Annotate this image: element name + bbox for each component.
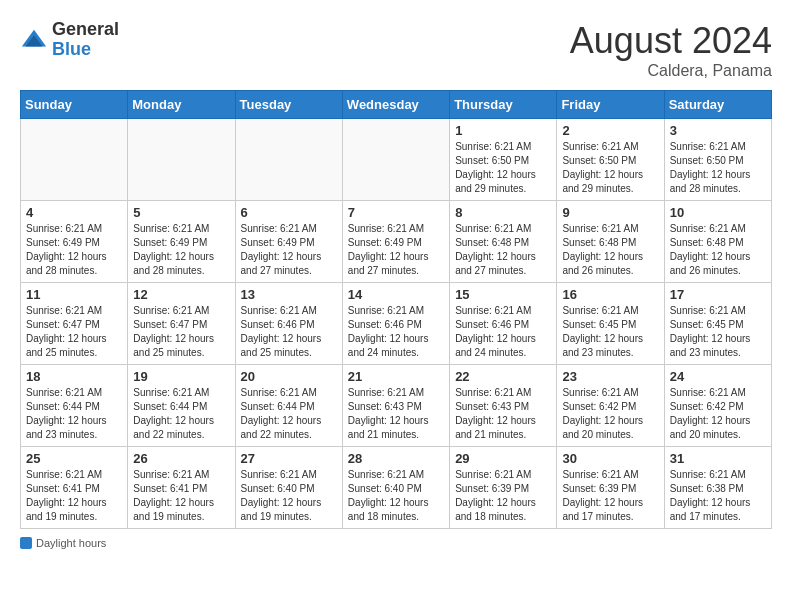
page-header: General Blue August 2024 Caldera, Panama <box>20 20 772 80</box>
day-number: 28 <box>348 451 444 466</box>
day-number: 24 <box>670 369 766 384</box>
day-info: Sunrise: 6:21 AM Sunset: 6:46 PM Dayligh… <box>348 304 444 360</box>
day-number: 14 <box>348 287 444 302</box>
day-info: Sunrise: 6:21 AM Sunset: 6:44 PM Dayligh… <box>133 386 229 442</box>
day-number: 17 <box>670 287 766 302</box>
day-info: Sunrise: 6:21 AM Sunset: 6:44 PM Dayligh… <box>241 386 337 442</box>
calendar-cell <box>235 119 342 201</box>
day-number: 1 <box>455 123 551 138</box>
calendar-cell: 30Sunrise: 6:21 AM Sunset: 6:39 PM Dayli… <box>557 447 664 529</box>
day-info: Sunrise: 6:21 AM Sunset: 6:46 PM Dayligh… <box>455 304 551 360</box>
day-info: Sunrise: 6:21 AM Sunset: 6:49 PM Dayligh… <box>348 222 444 278</box>
day-number: 21 <box>348 369 444 384</box>
calendar-cell: 11Sunrise: 6:21 AM Sunset: 6:47 PM Dayli… <box>21 283 128 365</box>
calendar-cell <box>128 119 235 201</box>
day-info: Sunrise: 6:21 AM Sunset: 6:45 PM Dayligh… <box>562 304 658 360</box>
day-info: Sunrise: 6:21 AM Sunset: 6:47 PM Dayligh… <box>26 304 122 360</box>
calendar-cell: 9Sunrise: 6:21 AM Sunset: 6:48 PM Daylig… <box>557 201 664 283</box>
calendar-week-row: 1Sunrise: 6:21 AM Sunset: 6:50 PM Daylig… <box>21 119 772 201</box>
day-number: 22 <box>455 369 551 384</box>
calendar-cell: 12Sunrise: 6:21 AM Sunset: 6:47 PM Dayli… <box>128 283 235 365</box>
day-number: 7 <box>348 205 444 220</box>
weekday-header: Saturday <box>664 91 771 119</box>
calendar-cell: 26Sunrise: 6:21 AM Sunset: 6:41 PM Dayli… <box>128 447 235 529</box>
calendar-cell: 28Sunrise: 6:21 AM Sunset: 6:40 PM Dayli… <box>342 447 449 529</box>
calendar-cell: 21Sunrise: 6:21 AM Sunset: 6:43 PM Dayli… <box>342 365 449 447</box>
calendar-cell: 22Sunrise: 6:21 AM Sunset: 6:43 PM Dayli… <box>450 365 557 447</box>
day-number: 5 <box>133 205 229 220</box>
day-info: Sunrise: 6:21 AM Sunset: 6:50 PM Dayligh… <box>670 140 766 196</box>
calendar-cell: 5Sunrise: 6:21 AM Sunset: 6:49 PM Daylig… <box>128 201 235 283</box>
day-info: Sunrise: 6:21 AM Sunset: 6:48 PM Dayligh… <box>562 222 658 278</box>
day-number: 6 <box>241 205 337 220</box>
subtitle: Caldera, Panama <box>570 62 772 80</box>
calendar-cell: 19Sunrise: 6:21 AM Sunset: 6:44 PM Dayli… <box>128 365 235 447</box>
calendar-cell: 20Sunrise: 6:21 AM Sunset: 6:44 PM Dayli… <box>235 365 342 447</box>
day-number: 29 <box>455 451 551 466</box>
day-info: Sunrise: 6:21 AM Sunset: 6:39 PM Dayligh… <box>455 468 551 524</box>
weekday-header: Wednesday <box>342 91 449 119</box>
day-info: Sunrise: 6:21 AM Sunset: 6:50 PM Dayligh… <box>562 140 658 196</box>
day-number: 4 <box>26 205 122 220</box>
day-info: Sunrise: 6:21 AM Sunset: 6:44 PM Dayligh… <box>26 386 122 442</box>
calendar-cell: 15Sunrise: 6:21 AM Sunset: 6:46 PM Dayli… <box>450 283 557 365</box>
day-number: 2 <box>562 123 658 138</box>
calendar-week-row: 11Sunrise: 6:21 AM Sunset: 6:47 PM Dayli… <box>21 283 772 365</box>
day-info: Sunrise: 6:21 AM Sunset: 6:49 PM Dayligh… <box>241 222 337 278</box>
day-number: 18 <box>26 369 122 384</box>
day-number: 26 <box>133 451 229 466</box>
day-info: Sunrise: 6:21 AM Sunset: 6:48 PM Dayligh… <box>670 222 766 278</box>
calendar-cell: 13Sunrise: 6:21 AM Sunset: 6:46 PM Dayli… <box>235 283 342 365</box>
day-info: Sunrise: 6:21 AM Sunset: 6:39 PM Dayligh… <box>562 468 658 524</box>
day-info: Sunrise: 6:21 AM Sunset: 6:41 PM Dayligh… <box>133 468 229 524</box>
calendar-cell <box>342 119 449 201</box>
day-number: 13 <box>241 287 337 302</box>
calendar-cell: 10Sunrise: 6:21 AM Sunset: 6:48 PM Dayli… <box>664 201 771 283</box>
calendar-cell: 29Sunrise: 6:21 AM Sunset: 6:39 PM Dayli… <box>450 447 557 529</box>
day-info: Sunrise: 6:21 AM Sunset: 6:49 PM Dayligh… <box>133 222 229 278</box>
day-number: 30 <box>562 451 658 466</box>
calendar-cell: 6Sunrise: 6:21 AM Sunset: 6:49 PM Daylig… <box>235 201 342 283</box>
weekday-header: Tuesday <box>235 91 342 119</box>
calendar-cell: 31Sunrise: 6:21 AM Sunset: 6:38 PM Dayli… <box>664 447 771 529</box>
footer-label: Daylight hours <box>36 537 106 549</box>
day-number: 9 <box>562 205 658 220</box>
logo-blue: Blue <box>52 40 119 60</box>
day-number: 19 <box>133 369 229 384</box>
weekday-header: Monday <box>128 91 235 119</box>
calendar-week-row: 18Sunrise: 6:21 AM Sunset: 6:44 PM Dayli… <box>21 365 772 447</box>
day-number: 16 <box>562 287 658 302</box>
weekday-header: Friday <box>557 91 664 119</box>
calendar-week-row: 25Sunrise: 6:21 AM Sunset: 6:41 PM Dayli… <box>21 447 772 529</box>
logo-icon <box>20 26 48 54</box>
calendar-cell: 3Sunrise: 6:21 AM Sunset: 6:50 PM Daylig… <box>664 119 771 201</box>
day-number: 31 <box>670 451 766 466</box>
day-info: Sunrise: 6:21 AM Sunset: 6:38 PM Dayligh… <box>670 468 766 524</box>
calendar-cell: 1Sunrise: 6:21 AM Sunset: 6:50 PM Daylig… <box>450 119 557 201</box>
day-info: Sunrise: 6:21 AM Sunset: 6:43 PM Dayligh… <box>348 386 444 442</box>
calendar-cell: 25Sunrise: 6:21 AM Sunset: 6:41 PM Dayli… <box>21 447 128 529</box>
calendar-cell: 2Sunrise: 6:21 AM Sunset: 6:50 PM Daylig… <box>557 119 664 201</box>
weekday-header: Thursday <box>450 91 557 119</box>
calendar-cell: 27Sunrise: 6:21 AM Sunset: 6:40 PM Dayli… <box>235 447 342 529</box>
day-info: Sunrise: 6:21 AM Sunset: 6:42 PM Dayligh… <box>670 386 766 442</box>
day-info: Sunrise: 6:21 AM Sunset: 6:50 PM Dayligh… <box>455 140 551 196</box>
calendar-cell: 4Sunrise: 6:21 AM Sunset: 6:49 PM Daylig… <box>21 201 128 283</box>
calendar-cell: 17Sunrise: 6:21 AM Sunset: 6:45 PM Dayli… <box>664 283 771 365</box>
calendar-cell: 16Sunrise: 6:21 AM Sunset: 6:45 PM Dayli… <box>557 283 664 365</box>
calendar-cell: 7Sunrise: 6:21 AM Sunset: 6:49 PM Daylig… <box>342 201 449 283</box>
day-number: 12 <box>133 287 229 302</box>
calendar-cell: 14Sunrise: 6:21 AM Sunset: 6:46 PM Dayli… <box>342 283 449 365</box>
day-info: Sunrise: 6:21 AM Sunset: 6:49 PM Dayligh… <box>26 222 122 278</box>
weekday-header-row: SundayMondayTuesdayWednesdayThursdayFrid… <box>21 91 772 119</box>
footer-dot <box>20 537 32 549</box>
logo-general: General <box>52 20 119 40</box>
day-info: Sunrise: 6:21 AM Sunset: 6:46 PM Dayligh… <box>241 304 337 360</box>
weekday-header: Sunday <box>21 91 128 119</box>
title-block: August 2024 Caldera, Panama <box>570 20 772 80</box>
day-number: 3 <box>670 123 766 138</box>
calendar-week-row: 4Sunrise: 6:21 AM Sunset: 6:49 PM Daylig… <box>21 201 772 283</box>
day-info: Sunrise: 6:21 AM Sunset: 6:48 PM Dayligh… <box>455 222 551 278</box>
calendar-cell: 18Sunrise: 6:21 AM Sunset: 6:44 PM Dayli… <box>21 365 128 447</box>
day-info: Sunrise: 6:21 AM Sunset: 6:41 PM Dayligh… <box>26 468 122 524</box>
